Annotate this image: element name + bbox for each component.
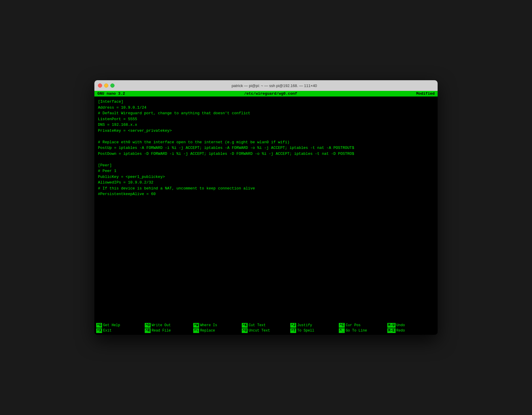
title-bar: patrick — pi@pi: ~ — ssh pi@192.168. — 1… — [94, 80, 438, 91]
shortcut-label-redo: Redo — [396, 329, 405, 333]
shortcut-read-file[interactable]: ^R Read File — [145, 328, 193, 333]
shortcut-label-exit: Exit — [103, 329, 112, 333]
shortcut-go-to-line[interactable]: ^_ Go To Line — [339, 328, 387, 333]
shortcut-label-where-is: Where Is — [200, 323, 217, 327]
traffic-lights — [98, 83, 115, 88]
shortcut-to-spell[interactable]: ^T To Spell — [290, 328, 339, 333]
shortcut-label-go-to-line: Go To Line — [346, 329, 367, 333]
nano-filename: /etc/wireguard/wg0.conf — [244, 91, 297, 96]
shortcut-key-uncut-text: ^U — [242, 328, 248, 333]
shortcut-key-where-is: ^W — [193, 323, 199, 328]
nano-version: GNU nano 3.2 — [97, 91, 125, 96]
nano-status: Modified — [416, 91, 435, 96]
shortcut-key-go-to-line: ^_ — [339, 328, 345, 333]
terminal-window: patrick — pi@pi: ~ — ssh pi@192.168. — 1… — [94, 80, 438, 335]
shortcut-write-out[interactable]: ^O Write Out — [145, 323, 193, 328]
shortcut-exit[interactable]: ^X Exit — [96, 328, 145, 333]
shortcut-label-read-file: Read File — [151, 329, 171, 333]
shortcut-key-undo: M-U — [387, 323, 396, 328]
shortcut-undo[interactable]: M-U Undo — [387, 323, 436, 328]
close-button[interactable] — [98, 83, 102, 88]
shortcut-cut-text[interactable]: ^K Cut Text — [242, 323, 290, 328]
nano-header: GNU nano 3.2 /etc/wireguard/wg0.conf Mod… — [94, 91, 438, 96]
shortcut-key-get-help: ^G — [96, 323, 102, 328]
shortcut-get-help[interactable]: ^G Get Help — [96, 323, 145, 328]
shortcut-label-justify: Justify — [297, 323, 312, 327]
shortcuts-bar: ^G Get Help ^O Write Out ^W Where Is ^K … — [94, 322, 438, 335]
shortcut-replace[interactable]: ^\ Replace — [193, 328, 242, 333]
shortcut-uncut-text[interactable]: ^U Uncut Text — [242, 328, 290, 333]
shortcut-key-exit: ^X — [96, 328, 102, 333]
shortcut-key-read-file: ^R — [145, 328, 151, 333]
shortcut-key-cur-pos: ^C — [339, 323, 345, 328]
shortcut-label-undo: Undo — [396, 323, 405, 327]
shortcut-label-replace: Replace — [200, 329, 215, 333]
shortcut-where-is[interactable]: ^W Where Is — [193, 323, 242, 328]
shortcut-key-cut-text: ^K — [242, 323, 248, 328]
shortcut-label-to-spell: To Spell — [297, 329, 314, 333]
maximize-button[interactable] — [110, 83, 115, 88]
shortcut-label-cut-text: Cut Text — [249, 323, 266, 327]
shortcut-cur-pos[interactable]: ^C Cur Pos — [339, 323, 387, 328]
shortcut-key-replace: ^\ — [193, 328, 199, 333]
shortcut-key-redo: M-E — [387, 328, 396, 333]
shortcut-key-justify: ^J — [290, 323, 296, 328]
shortcuts-row-2: ^X Exit ^R Read File ^\ Replace ^U Uncut… — [96, 328, 436, 333]
editor-area[interactable]: [Interface] Address = 10.9.0.1/24 # Defa… — [94, 96, 438, 322]
shortcut-label-write-out: Write Out — [151, 323, 171, 327]
shortcut-key-to-spell: ^T — [290, 328, 296, 333]
shortcut-redo[interactable]: M-E Redo — [387, 328, 436, 333]
shortcut-label-cur-pos: Cur Pos — [346, 323, 360, 327]
shortcut-label-get-help: Get Help — [103, 323, 120, 327]
shortcut-justify[interactable]: ^J Justify — [290, 323, 339, 328]
minimize-button[interactable] — [104, 83, 108, 88]
shortcut-key-write-out: ^O — [145, 323, 151, 328]
shortcut-label-uncut-text: Uncut Text — [249, 329, 270, 333]
window-title: patrick — pi@pi: ~ — ssh pi@192.168. — 1… — [115, 83, 434, 88]
shortcuts-row-1: ^G Get Help ^O Write Out ^W Where Is ^K … — [96, 323, 436, 328]
editor-content: [Interface] Address = 10.9.0.1/24 # Defa… — [98, 99, 434, 197]
